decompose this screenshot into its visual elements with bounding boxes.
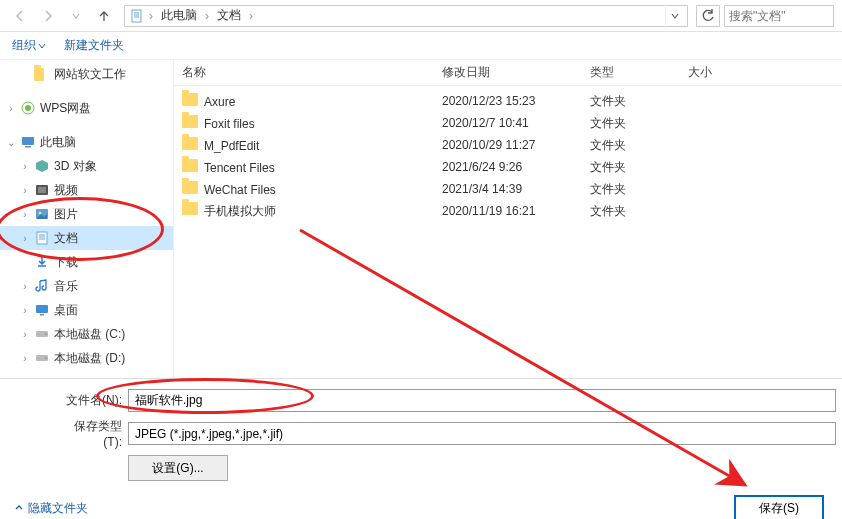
disk-icon <box>34 350 50 366</box>
sidebar-item-2[interactable]: ⌄此电脑 <box>0 130 173 154</box>
sidebar-item-label: 3D 对象 <box>54 158 97 175</box>
filetype-select[interactable] <box>128 422 836 445</box>
chevron-icon: › <box>6 103 16 114</box>
hide-folders-label: 隐藏文件夹 <box>28 500 88 517</box>
sidebar-item-label: 下载 <box>54 254 78 271</box>
sidebar-item-3[interactable]: ›3D 对象 <box>0 154 173 178</box>
video-icon <box>34 182 50 198</box>
hide-folders-link[interactable]: 隐藏文件夹 <box>14 500 88 517</box>
new-folder-button[interactable]: 新建文件夹 <box>64 37 124 54</box>
sidebar-item-label: 音乐 <box>54 278 78 295</box>
file-row[interactable]: WeChat Files2021/3/4 14:39文件夹 <box>174 178 842 200</box>
sidebar-item-label: WPS网盘 <box>40 100 91 117</box>
folder-icon <box>182 93 198 106</box>
file-name: Axure <box>204 95 235 109</box>
file-row[interactable]: M_PdfEdit2020/10/29 11:27文件夹 <box>174 134 842 156</box>
chevron-icon: › <box>20 329 30 340</box>
sidebar-item-8[interactable]: ›音乐 <box>0 274 173 298</box>
svg-rect-9 <box>38 187 46 193</box>
folder-icon <box>34 66 50 82</box>
wps-icon <box>20 100 36 116</box>
forward-button[interactable] <box>36 4 60 28</box>
file-row[interactable]: 手机模拟大师2020/11/19 16:21文件夹 <box>174 200 842 222</box>
sidebar-item-9[interactable]: ›桌面 <box>0 298 173 322</box>
sidebar-item-7[interactable]: 下载 <box>0 250 173 274</box>
refresh-button[interactable] <box>696 5 720 27</box>
chevron-icon: › <box>20 233 30 244</box>
svg-rect-6 <box>22 137 34 145</box>
svg-rect-0 <box>132 10 141 22</box>
folder-icon <box>182 115 198 128</box>
file-row[interactable]: Tencent Files2021/6/24 9:26文件夹 <box>174 156 842 178</box>
save-form: 文件名(N): 保存类型(T): 设置(G)... 隐藏文件夹 保存(S) <box>0 378 842 519</box>
3d-icon <box>34 158 50 174</box>
column-headers: 名称 修改日期 类型 大小 <box>174 60 842 86</box>
chevron-icon: › <box>20 209 30 220</box>
sidebar-item-label: 本地磁盘 (D:) <box>54 350 125 367</box>
sidebar-item-1[interactable]: ›WPS网盘 <box>0 96 173 120</box>
sidebar-item-4[interactable]: ›视频 <box>0 178 173 202</box>
filename-input[interactable] <box>128 389 836 412</box>
doc-icon <box>34 230 50 246</box>
sidebar-item-label: 图片 <box>54 206 78 223</box>
chevron-icon: › <box>20 305 30 316</box>
svg-rect-12 <box>37 232 47 244</box>
sidebar: 网站软文工作›WPS网盘⌄此电脑›3D 对象›视频›图片›文档下载›音乐›桌面›… <box>0 60 174 378</box>
svg-rect-7 <box>25 146 31 148</box>
pic-icon <box>34 206 50 222</box>
chevron-right-icon: › <box>203 9 211 23</box>
file-date: 2021/6/24 9:26 <box>434 160 582 174</box>
file-type: 文件夹 <box>582 137 680 154</box>
svg-rect-18 <box>40 314 44 316</box>
breadcrumb[interactable]: › 此电脑 › 文档 › <box>124 5 688 27</box>
address-bar: › 此电脑 › 文档 › <box>0 0 842 32</box>
save-button[interactable]: 保存(S) <box>734 495 824 519</box>
file-name: M_PdfEdit <box>204 139 259 153</box>
svg-point-20 <box>45 333 47 335</box>
filetype-label: 保存类型(T): <box>56 418 128 449</box>
file-type: 文件夹 <box>582 203 680 220</box>
chevron-icon: ⌄ <box>6 137 16 148</box>
col-date[interactable]: 修改日期 <box>434 64 582 81</box>
organize-label: 组织 <box>12 37 36 54</box>
chevron-right-icon: › <box>147 9 155 23</box>
sidebar-item-10[interactable]: ›本地磁盘 (C:) <box>0 322 173 346</box>
file-name: Tencent Files <box>204 161 275 175</box>
up-button[interactable] <box>92 4 116 28</box>
crumb-docs[interactable]: 文档 <box>213 7 245 24</box>
file-date: 2020/12/7 10:41 <box>434 116 582 130</box>
search-input[interactable] <box>724 5 834 27</box>
col-size[interactable]: 大小 <box>680 64 750 81</box>
desk-icon <box>34 302 50 318</box>
organize-menu[interactable]: 组织 <box>12 37 46 54</box>
sidebar-item-6[interactable]: ›文档 <box>0 226 173 250</box>
music-icon <box>34 278 50 294</box>
file-name: WeChat Files <box>204 183 276 197</box>
file-row[interactable]: Axure2020/12/23 15:23文件夹 <box>174 90 842 112</box>
sidebar-item-label: 视频 <box>54 182 78 199</box>
file-row[interactable]: Foxit files2020/12/7 10:41文件夹 <box>174 112 842 134</box>
svg-point-5 <box>25 105 31 111</box>
crumb-pc[interactable]: 此电脑 <box>157 7 201 24</box>
folder-icon <box>182 137 198 150</box>
sidebar-item-5[interactable]: ›图片 <box>0 202 173 226</box>
settings-button[interactable]: 设置(G)... <box>128 455 228 481</box>
file-type: 文件夹 <box>582 115 680 132</box>
toolbar: 组织 新建文件夹 <box>0 32 842 60</box>
back-button[interactable] <box>8 4 32 28</box>
col-type[interactable]: 类型 <box>582 64 680 81</box>
chevron-icon: › <box>20 161 30 172</box>
filename-label: 文件名(N): <box>56 392 128 409</box>
col-name[interactable]: 名称 <box>174 64 434 81</box>
chevron-right-icon: › <box>247 9 255 23</box>
sidebar-item-label: 本地磁盘 (C:) <box>54 326 125 343</box>
sidebar-item-0[interactable]: 网站软文工作 <box>0 62 173 86</box>
dl-icon <box>34 254 50 270</box>
breadcrumb-dropdown[interactable] <box>665 5 683 27</box>
recent-dropdown[interactable] <box>64 4 88 28</box>
folder-icon <box>182 159 198 172</box>
sidebar-item-label: 文档 <box>54 230 78 247</box>
file-date: 2020/11/19 16:21 <box>434 204 582 218</box>
sidebar-item-11[interactable]: ›本地磁盘 (D:) <box>0 346 173 370</box>
svg-point-22 <box>45 357 47 359</box>
